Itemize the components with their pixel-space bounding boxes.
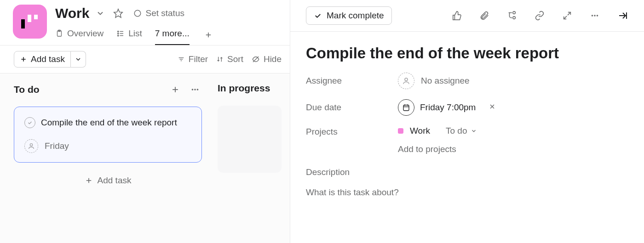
ellipsis-icon — [190, 85, 200, 95]
svg-point-7 — [118, 31, 119, 32]
card-due: Friday — [45, 141, 69, 151]
svg-point-30 — [513, 17, 516, 19]
chevron-down-icon — [471, 128, 477, 134]
task-title[interactable]: Compile the end of the week report — [306, 44, 628, 62]
column-in-progress: In progress — [218, 83, 282, 243]
svg-point-9 — [118, 35, 119, 36]
tab-more[interactable]: 7 more... — [155, 28, 190, 45]
status-label: Set status — [145, 8, 184, 18]
due-date-field: Due date Friday 7:00pm — [306, 99, 628, 116]
status-circle-icon — [133, 9, 142, 17]
kanban-board: To do Compile the end of the week report — [0, 73, 290, 243]
svg-point-23 — [192, 89, 194, 90]
svg-point-34 — [594, 15, 596, 17]
column-add-task[interactable]: Add task — [14, 172, 202, 189]
board-toolbar: Add task Filter Sort Hide — [0, 45, 290, 73]
svg-point-33 — [592, 15, 593, 17]
card-title: Compile the end of the week report — [41, 116, 177, 129]
complete-toggle[interactable] — [24, 117, 35, 128]
due-value[interactable]: Friday 7:00pm — [398, 99, 496, 116]
project-board-pane: Work Set status Overview — [0, 0, 290, 243]
svg-point-25 — [197, 89, 199, 90]
plus-icon — [20, 56, 27, 63]
project-icon — [13, 5, 47, 39]
close-panel-icon[interactable] — [615, 8, 630, 23]
subtask-icon[interactable] — [505, 9, 519, 23]
add-tab-button[interactable] — [202, 29, 214, 45]
set-status-button[interactable]: Set status — [133, 8, 184, 18]
description-label: Description — [306, 167, 628, 177]
assignee-placeholder-icon — [398, 73, 414, 89]
project-section-select[interactable]: To do — [446, 126, 477, 136]
svg-rect-1 — [28, 15, 31, 22]
add-to-projects-button[interactable]: Add to projects — [398, 144, 477, 154]
project-color-dot — [398, 128, 403, 134]
clipboard-icon — [55, 29, 63, 38]
mark-complete-button[interactable]: Mark complete — [306, 6, 392, 25]
svg-marker-3 — [114, 9, 122, 17]
svg-point-4 — [135, 10, 141, 17]
plus-icon — [204, 31, 213, 39]
list-icon — [116, 29, 125, 38]
task-detail-pane: Mark complete — [290, 0, 644, 243]
sort-button[interactable]: Sort — [216, 54, 243, 64]
filter-icon — [178, 56, 185, 63]
link-icon[interactable] — [533, 9, 546, 23]
attachment-icon[interactable] — [477, 9, 491, 23]
more-icon[interactable] — [588, 9, 602, 23]
svg-rect-2 — [34, 15, 38, 19]
assignee-label: Assignee — [306, 76, 398, 86]
column-title[interactable]: In progress — [218, 83, 282, 94]
svg-rect-0 — [21, 19, 25, 28]
assignee-placeholder-icon[interactable] — [24, 139, 38, 153]
project-tabs: Overview List 7 more... — [55, 21, 282, 45]
svg-point-29 — [513, 11, 516, 14]
plus-icon — [171, 85, 180, 94]
assignee-value[interactable]: No assignee — [398, 73, 470, 89]
plus-icon — [85, 176, 93, 185]
favorite-star-icon[interactable] — [111, 6, 125, 20]
svg-line-32 — [564, 16, 567, 19]
sort-icon — [216, 56, 224, 63]
clear-due-date[interactable] — [489, 102, 496, 113]
tab-list[interactable]: List — [116, 28, 142, 45]
column-todo: To do Compile the end of the week report — [14, 83, 202, 243]
column-title[interactable]: To do — [14, 84, 162, 95]
svg-point-8 — [118, 33, 119, 34]
svg-point-26 — [30, 143, 32, 146]
project-title[interactable]: Work — [55, 6, 89, 21]
svg-point-38 — [405, 78, 408, 81]
svg-point-24 — [194, 89, 196, 90]
column-menu-button[interactable] — [188, 83, 202, 96]
project-menu-caret[interactable] — [94, 7, 107, 20]
description-input[interactable]: What is this task about? — [306, 187, 628, 198]
calendar-icon — [398, 99, 414, 116]
expand-icon[interactable] — [560, 9, 574, 23]
svg-rect-39 — [403, 105, 409, 111]
hide-button[interactable]: Hide — [252, 54, 282, 64]
svg-point-35 — [597, 15, 598, 17]
add-task-button[interactable]: Add task — [14, 51, 71, 68]
empty-card-placeholder — [218, 106, 282, 173]
projects-field: Projects Work To do Add to projects — [306, 126, 628, 154]
add-task-caret[interactable] — [71, 51, 86, 68]
filter-button[interactable]: Filter — [178, 54, 208, 64]
svg-line-31 — [568, 12, 570, 15]
due-label: Due date — [306, 102, 398, 113]
detail-toolbar: Mark complete — [290, 0, 644, 32]
check-icon — [314, 11, 322, 20]
projects-value[interactable]: Work To do — [398, 126, 477, 136]
task-card[interactable]: Compile the end of the week report Frida… — [14, 107, 202, 163]
column-add-button[interactable] — [169, 83, 182, 96]
assignee-field: Assignee No assignee — [306, 73, 628, 89]
hide-icon — [252, 55, 260, 63]
chevron-down-icon — [75, 56, 82, 63]
project-header: Work Set status Overview — [0, 0, 290, 45]
tab-overview[interactable]: Overview — [55, 28, 104, 45]
projects-label: Projects — [306, 126, 398, 137]
like-icon[interactable] — [450, 9, 464, 23]
